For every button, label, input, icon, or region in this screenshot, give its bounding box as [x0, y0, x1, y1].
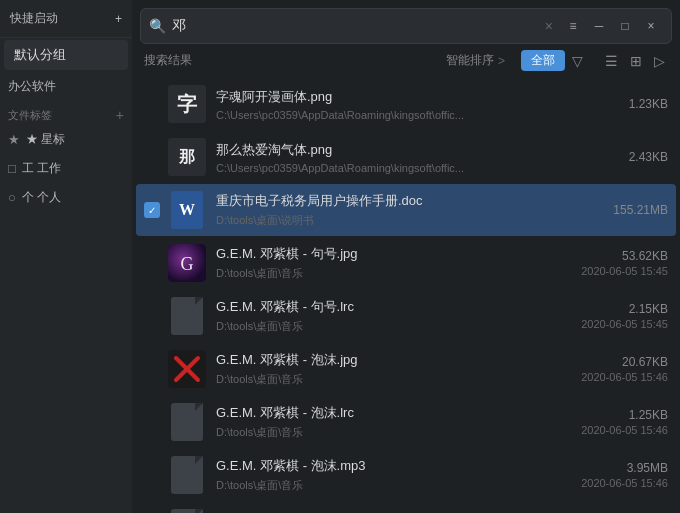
- sidebar-item-personal[interactable]: ○ 个 个人: [0, 184, 132, 211]
- file-info: G.E.M. 邓紫棋 - 句号.lrc D:\tools\桌面\音乐: [216, 298, 573, 334]
- sort-label: 智能排序: [446, 52, 494, 69]
- file-checkbox[interactable]: [144, 149, 160, 165]
- minimize-button[interactable]: ─: [587, 14, 611, 38]
- file-checkbox[interactable]: [144, 96, 160, 112]
- file-checkbox[interactable]: [144, 361, 160, 377]
- file-size: 2.43KB: [629, 150, 668, 164]
- table-row[interactable]: 小黑课堂计算机一级题库.exe.log C:\Users\pc0359\AppD…: [136, 502, 676, 513]
- file-thumbnail: G: [168, 244, 206, 282]
- generic-file-icon: [171, 456, 203, 494]
- file-path: D:\tools\桌面\音乐: [216, 372, 573, 387]
- table-row[interactable]: 那 那么热爱淘气体.png C:\Users\pc0359\AppData\Ro…: [136, 131, 676, 183]
- file-name: 那么热爱淘气体.png: [216, 141, 621, 159]
- grid-view-button[interactable]: ⊞: [627, 51, 645, 71]
- search-clear-button[interactable]: ×: [545, 18, 553, 34]
- filter-all-button[interactable]: 全部: [521, 50, 565, 71]
- file-info: 那么热爱淘气体.png C:\Users\pc0359\AppData\Roam…: [216, 141, 621, 174]
- list-view-button[interactable]: ☰: [602, 51, 621, 71]
- generic-file-icon: [171, 509, 203, 513]
- file-info: G.E.M. 邓紫棋 - 泡沫.lrc D:\tools\桌面\音乐: [216, 404, 573, 440]
- file-checkbox[interactable]: [144, 255, 160, 271]
- file-size: 2.15KB: [581, 302, 668, 316]
- file-list: 字 字魂阿开漫画体.png C:\Users\pc0359\AppData\Ro…: [132, 77, 680, 513]
- file-name: G.E.M. 邓紫棋 - 句号.jpg: [216, 245, 573, 263]
- file-thumbnail: [168, 456, 206, 494]
- table-row[interactable]: G.E.M. 邓紫棋 - 泡沫.lrc D:\tools\桌面\音乐 1.25K…: [136, 396, 676, 448]
- sidebar-item-office[interactable]: 办公软件: [0, 73, 132, 100]
- file-thumbnail: 那: [168, 138, 206, 176]
- file-meta: 1.23KB: [629, 97, 668, 111]
- file-path: D:\tools\桌面\音乐: [216, 478, 573, 493]
- search-bar: 🔍 × ≡ ─ □ ×: [140, 8, 672, 44]
- generic-file-icon: [171, 403, 203, 441]
- file-date: 2020-06-05 15:46: [581, 424, 668, 436]
- file-info: G.E.M. 邓紫棋 - 句号.jpg D:\tools\桌面\音乐: [216, 245, 573, 281]
- file-name: G.E.M. 邓紫棋 - 泡沫.jpg: [216, 351, 573, 369]
- file-name: 字魂阿开漫画体.png: [216, 88, 621, 106]
- nav-button[interactable]: ▷: [651, 51, 668, 71]
- table-row[interactable]: G.E.M. 邓紫棋 - 泡沫.mp3 D:\tools\桌面\音乐 3.95M…: [136, 449, 676, 501]
- sidebar-title: 快捷启动: [10, 10, 58, 27]
- file-info: 字魂阿开漫画体.png C:\Users\pc0359\AppData\Roam…: [216, 88, 621, 121]
- menu-button[interactable]: ≡: [561, 14, 585, 38]
- file-name: 重庆市电子税务局用户操作手册.doc: [216, 192, 605, 210]
- file-checkbox[interactable]: ✓: [144, 202, 160, 218]
- sidebar-item-label: 工 工作: [22, 160, 61, 177]
- table-row[interactable]: 字 字魂阿开漫画体.png C:\Users\pc0359\AppData\Ro…: [136, 78, 676, 130]
- file-size: 1.23KB: [629, 97, 668, 111]
- sidebar: 快捷启动 + 默认分组 办公软件 文件标签 + ★ ★ 星标 □ 工 工作 ○ …: [0, 0, 132, 513]
- sidebar-labels-add-button[interactable]: +: [116, 107, 124, 123]
- file-date: 2020-06-05 15:45: [581, 265, 668, 277]
- sort-button[interactable]: 智能排序 >: [446, 52, 505, 69]
- sidebar-header: 快捷启动 +: [0, 0, 132, 38]
- sidebar-item-work[interactable]: □ 工 工作: [0, 155, 132, 182]
- file-thumbnail: [168, 509, 206, 513]
- gem-cover-icon: G: [168, 244, 206, 282]
- window-controls: ≡ ─ □ ×: [561, 14, 663, 38]
- file-path: C:\Users\pc0359\AppData\Roaming\kingsoft…: [216, 109, 621, 121]
- file-size: 1.25KB: [581, 408, 668, 422]
- table-row[interactable]: G.E.M. 邓紫棋 - 泡沫.jpg D:\tools\桌面\音乐 20.67…: [136, 343, 676, 395]
- results-text: 搜索结果: [144, 53, 192, 67]
- work-icon: □: [8, 161, 16, 176]
- results-label: 搜索结果: [144, 52, 438, 69]
- file-thumbnail: W: [168, 191, 206, 229]
- close-button[interactable]: ×: [639, 14, 663, 38]
- file-meta: 1.25KB 2020-06-05 15:46: [581, 408, 668, 436]
- file-info: G.E.M. 邓紫棋 - 泡沫.jpg D:\tools\桌面\音乐: [216, 351, 573, 387]
- file-size: 3.95MB: [581, 461, 668, 475]
- file-checkbox[interactable]: [144, 414, 160, 430]
- file-meta: 53.62KB 2020-06-05 15:45: [581, 249, 668, 277]
- file-meta: 2.15KB 2020-06-05 15:45: [581, 302, 668, 330]
- x-cover-icon: [168, 350, 206, 388]
- sidebar-item-starred[interactable]: ★ ★ 星标: [0, 126, 132, 153]
- main-content: 🔍 × ≡ ─ □ × 搜索结果 智能排序 > 全部 ▽ ☰ ⊞ ▷: [132, 0, 680, 513]
- word-icon: W: [171, 191, 203, 229]
- sidebar-add-button[interactable]: +: [115, 13, 122, 25]
- file-name: G.E.M. 邓紫棋 - 泡沫.mp3: [216, 457, 573, 475]
- star-icon: ★: [8, 132, 20, 147]
- file-size: 155.21MB: [613, 203, 668, 217]
- file-meta: 3.95MB 2020-06-05 15:46: [581, 461, 668, 489]
- file-thumbnail: [168, 297, 206, 335]
- file-checkbox[interactable]: [144, 308, 160, 324]
- sidebar-item-label: ★ 星标: [26, 131, 65, 148]
- table-row[interactable]: ✓ W 重庆市电子税务局用户操作手册.doc D:\tools\桌面\说明书 1…: [136, 184, 676, 236]
- file-name: G.E.M. 邓紫棋 - 泡沫.lrc: [216, 404, 573, 422]
- search-input[interactable]: [172, 18, 539, 34]
- view-controls: ☰ ⊞ ▷: [602, 51, 668, 71]
- maximize-button[interactable]: □: [613, 14, 637, 38]
- filter-icon[interactable]: ▽: [569, 51, 586, 71]
- file-thumbnail: 字: [168, 85, 206, 123]
- file-info: G.E.M. 邓紫棋 - 泡沫.mp3 D:\tools\桌面\音乐: [216, 457, 573, 493]
- file-checkbox[interactable]: [144, 467, 160, 483]
- file-size: 20.67KB: [581, 355, 668, 369]
- table-row[interactable]: G.E.M. 邓紫棋 - 句号.lrc D:\tools\桌面\音乐 2.15K…: [136, 290, 676, 342]
- file-path: D:\tools\桌面\说明书: [216, 213, 605, 228]
- sidebar-item-default-group[interactable]: 默认分组: [4, 40, 128, 70]
- sidebar-labels-title: 文件标签: [8, 108, 52, 123]
- table-row[interactable]: G G.E.M. 邓紫棋 - 句号.jpg D:\tools\桌面\音乐 53.…: [136, 237, 676, 289]
- file-meta: 20.67KB 2020-06-05 15:46: [581, 355, 668, 383]
- sidebar-item-label: 办公软件: [8, 78, 56, 95]
- svg-text:G: G: [181, 254, 194, 274]
